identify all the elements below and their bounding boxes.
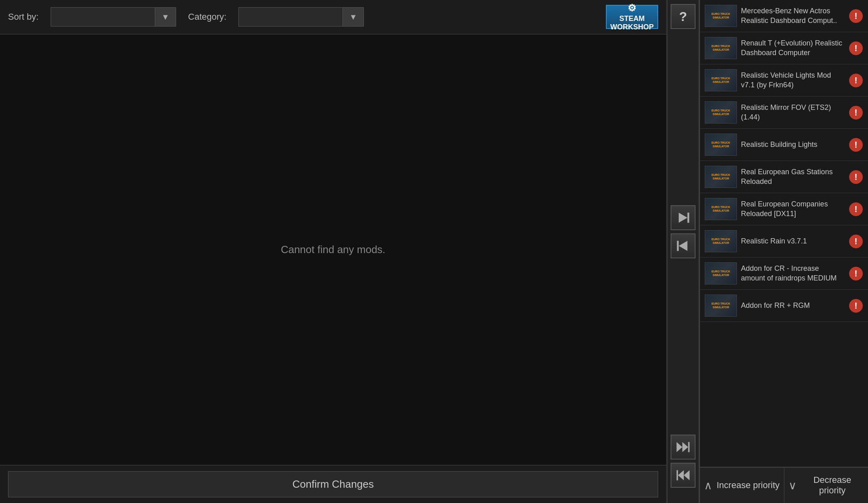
mod-warning: ! bbox=[849, 299, 863, 313]
svg-marker-8 bbox=[678, 470, 683, 480]
mod-thumbnail: EURO TRUCK SIMULATOR bbox=[705, 101, 737, 124]
list-item[interactable]: EURO TRUCK SIMULATORRealistic Mirror FOV… bbox=[700, 97, 868, 129]
steam-workshop-button[interactable]: ⚙ STEAMWORKSHOP bbox=[606, 5, 658, 29]
svg-rect-9 bbox=[677, 470, 678, 480]
mod-name: Realistic Mirror FOV (ETS2) (1.44) bbox=[741, 103, 845, 122]
move-right-icon bbox=[676, 210, 690, 225]
list-item[interactable]: EURO TRUCK SIMULATORReal European Compan… bbox=[700, 193, 868, 225]
svg-marker-0 bbox=[679, 212, 687, 223]
confirm-changes-button[interactable]: Confirm Changes bbox=[8, 471, 658, 497]
list-item[interactable]: EURO TRUCK SIMULATORAddon for RR + RGM! bbox=[700, 290, 868, 322]
mod-thumbnail: EURO TRUCK SIMULATOR bbox=[705, 134, 737, 156]
mod-warning: ! bbox=[849, 234, 863, 249]
svg-rect-3 bbox=[677, 241, 679, 251]
help-button[interactable]: ? bbox=[671, 4, 696, 29]
question-icon: ? bbox=[679, 9, 687, 24]
chevron-down-icon: ∨ bbox=[788, 479, 797, 492]
mod-thumbnail: EURO TRUCK SIMULATOR bbox=[705, 5, 737, 27]
mod-thumbnail: EURO TRUCK SIMULATOR bbox=[705, 262, 737, 284]
move-right-button[interactable] bbox=[671, 205, 696, 230]
mod-name: Realistic Vehicle Lights Mod v7.1 (by Fr… bbox=[741, 71, 845, 90]
warning-icon: ! bbox=[849, 9, 863, 23]
mod-thumbnail: EURO TRUCK SIMULATOR bbox=[705, 295, 737, 317]
decrease-priority-button[interactable]: ∨ Decrease priority bbox=[784, 468, 868, 503]
svg-rect-6 bbox=[688, 442, 690, 452]
mod-thumbnail: EURO TRUCK SIMULATOR bbox=[705, 69, 737, 91]
mod-name: Renault T (+Evolution) Realistic Dashboa… bbox=[741, 39, 845, 58]
warning-icon: ! bbox=[849, 170, 863, 184]
list-item[interactable]: EURO TRUCK SIMULATORRealistic Rain v3.7.… bbox=[700, 225, 868, 258]
fast-forward-button[interactable] bbox=[671, 435, 696, 460]
mod-thumbnail: EURO TRUCK SIMULATOR bbox=[705, 198, 737, 220]
increase-priority-label: Increase priority bbox=[716, 480, 780, 491]
mod-thumbnail: EURO TRUCK SIMULATOR bbox=[705, 37, 737, 59]
increase-priority-button[interactable]: ∧ Increase priority bbox=[700, 468, 784, 503]
warning-icon: ! bbox=[849, 106, 863, 120]
mod-name: Mercedes-Benz New Actros Realistic Dashb… bbox=[741, 6, 845, 25]
move-left-button[interactable] bbox=[671, 233, 696, 258]
mod-name: Realistic Building Lights bbox=[741, 140, 845, 149]
sort-dropdown-wrapper: ▼ bbox=[51, 7, 176, 27]
warning-icon: ! bbox=[849, 235, 863, 248]
mod-list: EURO TRUCK SIMULATORMercedes-Benz New Ac… bbox=[700, 0, 868, 467]
svg-rect-1 bbox=[687, 212, 689, 223]
decrease-priority-label: Decrease priority bbox=[801, 475, 864, 496]
mod-warning: ! bbox=[849, 170, 863, 184]
list-item[interactable]: EURO TRUCK SIMULATORRealistic Building L… bbox=[700, 129, 868, 161]
list-item[interactable]: EURO TRUCK SIMULATORMercedes-Benz New Ac… bbox=[700, 0, 868, 32]
middle-controls: ? bbox=[667, 0, 699, 503]
chevron-up-icon: ∧ bbox=[704, 479, 712, 492]
steam-icon: ⚙ bbox=[628, 2, 636, 14]
warning-icon: ! bbox=[849, 202, 863, 216]
no-mods-message: Cannot find any mods. bbox=[281, 243, 385, 256]
right-panel: EURO TRUCK SIMULATORMercedes-Benz New Ac… bbox=[699, 0, 868, 503]
mod-content-area: Cannot find any mods. bbox=[0, 35, 666, 465]
svg-marker-4 bbox=[677, 442, 682, 452]
steam-workshop-label: STEAMWORKSHOP bbox=[610, 14, 654, 31]
warning-icon: ! bbox=[849, 267, 863, 280]
list-item[interactable]: EURO TRUCK SIMULATORAddon for CR - Incre… bbox=[700, 258, 868, 290]
category-dropdown-wrapper: ▼ bbox=[238, 7, 364, 27]
mod-warning: ! bbox=[849, 105, 863, 120]
mod-name: Realistic Rain v3.7.1 bbox=[741, 237, 845, 246]
list-item[interactable]: EURO TRUCK SIMULATORRenault T (+Evolutio… bbox=[700, 32, 868, 64]
confirm-bar: Confirm Changes bbox=[0, 465, 666, 503]
mod-name: Real European Companies Reloaded [DX11] bbox=[741, 200, 845, 219]
mod-name: Real European Gas Stations Reloaded bbox=[741, 167, 845, 186]
svg-marker-5 bbox=[682, 442, 688, 452]
warning-icon: ! bbox=[849, 74, 863, 87]
svg-marker-7 bbox=[684, 470, 689, 480]
category-dropdown-arrow[interactable]: ▼ bbox=[343, 7, 364, 27]
rewind-icon bbox=[676, 468, 690, 482]
category-input[interactable] bbox=[238, 7, 343, 27]
move-left-icon bbox=[676, 239, 690, 253]
list-item[interactable]: EURO TRUCK SIMULATORRealistic Vehicle Li… bbox=[700, 64, 868, 97]
sort-label: Sort by: bbox=[8, 12, 39, 22]
top-bar: Sort by: ▼ Category: ▼ ⚙ STEAMWORKSHOP bbox=[0, 0, 666, 35]
category-label: Category: bbox=[188, 12, 226, 22]
mod-thumbnail: EURO TRUCK SIMULATOR bbox=[705, 166, 737, 188]
svg-marker-2 bbox=[679, 241, 687, 251]
mod-name: Addon for RR + RGM bbox=[741, 301, 845, 310]
mod-warning: ! bbox=[849, 138, 863, 152]
left-panel: Sort by: ▼ Category: ▼ ⚙ STEAMWORKSHOP C… bbox=[0, 0, 667, 503]
priority-controls: ∧ Increase priority ∨ Decrease priority bbox=[700, 467, 868, 503]
list-item[interactable]: EURO TRUCK SIMULATORReal European Gas St… bbox=[700, 161, 868, 193]
fast-forward-icon bbox=[676, 440, 690, 454]
warning-icon: ! bbox=[849, 138, 863, 152]
sort-dropdown-arrow[interactable]: ▼ bbox=[155, 7, 176, 27]
mod-warning: ! bbox=[849, 9, 863, 23]
mod-name: Addon for CR - Increase amount of raindr… bbox=[741, 264, 845, 283]
mod-warning: ! bbox=[849, 266, 863, 281]
sort-input[interactable] bbox=[51, 7, 155, 27]
warning-icon: ! bbox=[849, 299, 863, 313]
warning-icon: ! bbox=[849, 41, 863, 55]
mod-warning: ! bbox=[849, 202, 863, 216]
mod-warning: ! bbox=[849, 73, 863, 88]
mod-warning: ! bbox=[849, 41, 863, 56]
rewind-button[interactable] bbox=[671, 463, 696, 488]
mod-thumbnail: EURO TRUCK SIMULATOR bbox=[705, 230, 737, 252]
